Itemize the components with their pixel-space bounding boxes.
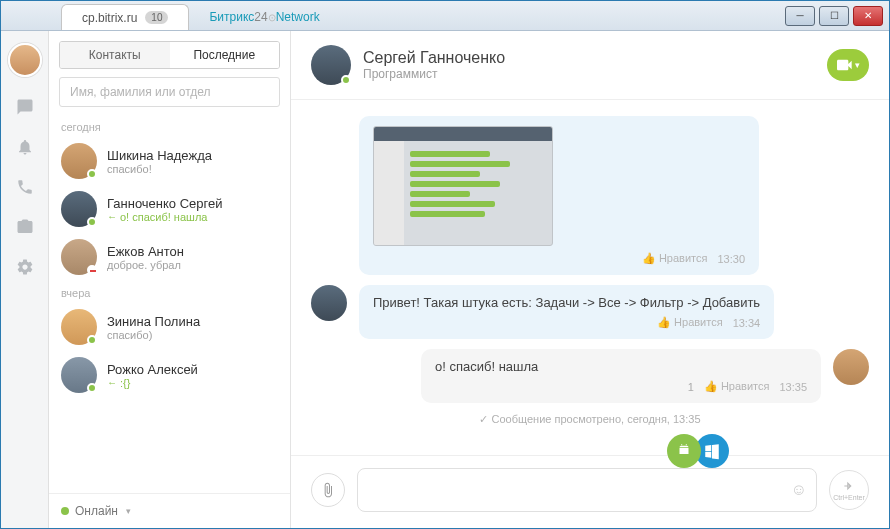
attach-button[interactable] <box>311 473 345 507</box>
contact-sub: ←о! спасиб! нашла <box>107 211 278 223</box>
contact-item[interactable]: Ганноченко Сергей←о! спасиб! нашла <box>49 185 290 233</box>
svg-point-1 <box>686 444 687 445</box>
msg-time: 13:30 <box>717 253 745 265</box>
chat-icon[interactable] <box>15 97 35 117</box>
contact-name: Шикина Надежда <box>107 148 278 163</box>
tab-label: cp.bitrix.ru <box>82 11 137 25</box>
search-input[interactable] <box>59 77 280 107</box>
bell-icon[interactable] <box>15 137 35 157</box>
status-label: Онлайн <box>75 504 118 518</box>
gear-icon[interactable] <box>15 257 35 277</box>
message-out: о! спасиб! нашла 1👍 Нравится13:35 <box>311 349 869 403</box>
compose-bar: ☺ Ctrl+Enter <box>291 455 889 528</box>
contact-item[interactable]: Зинина Полинаспасибо) <box>49 303 290 351</box>
image-attachment[interactable] <box>373 126 553 246</box>
chevron-down-icon: ▾ <box>126 506 131 516</box>
emoji-button[interactable]: ☺ <box>791 481 807 499</box>
status-dot-icon <box>61 507 69 515</box>
group-today: сегодня <box>49 115 290 137</box>
tab-badge: 10 <box>145 11 168 24</box>
contact-sub: доброе. убрал <box>107 259 278 271</box>
reply-arrow-icon: ← <box>107 211 117 222</box>
chat-header: Сергей Ганноченко Программист ▾ <box>291 31 889 100</box>
like-button[interactable]: 👍 Нравится <box>704 380 770 393</box>
video-icon <box>837 59 853 71</box>
like-count: 1 <box>688 381 694 393</box>
contact-avatar <box>61 357 97 393</box>
contact-avatar <box>61 191 97 227</box>
windows-icon <box>703 442 721 460</box>
minimize-button[interactable]: ─ <box>785 6 815 26</box>
contact-name: Ганноченко Сергей <box>107 196 278 211</box>
contact-name: Ежков Антон <box>107 244 278 259</box>
message-in: 👍 Нравится13:30 <box>311 116 869 275</box>
sidebar-tab-contacts[interactable]: Контакты <box>60 42 170 68</box>
chat-peer-name: Сергей Ганноченко <box>363 49 505 67</box>
user-avatar[interactable] <box>8 43 42 77</box>
read-receipt: Сообщение просмотрено, сегодня, 13:35 <box>311 413 869 426</box>
message-input[interactable] <box>357 468 817 512</box>
camera-icon[interactable] <box>15 217 35 237</box>
contact-avatar <box>61 239 97 275</box>
message-in: Привет! Такая штука есть: Задачи -> Все … <box>311 285 869 339</box>
send-hint: Ctrl+Enter <box>833 494 865 501</box>
video-call-button[interactable]: ▾ <box>827 49 869 81</box>
contact-item[interactable]: Рожко Алексей←:{} <box>49 351 290 399</box>
send-button[interactable]: Ctrl+Enter <box>829 470 869 510</box>
contact-item[interactable]: Шикина Надеждаспасибо! <box>49 137 290 185</box>
msg-text: о! спасиб! нашла <box>435 359 807 374</box>
phone-icon[interactable] <box>15 177 35 197</box>
send-icon <box>842 479 856 493</box>
titlebar: cp.bitrix.ru 10 Битрикс24⊙Network ─ ☐ ✕ <box>1 1 889 31</box>
contact-avatar <box>61 309 97 345</box>
paperclip-icon <box>320 482 336 498</box>
group-yesterday: вчера <box>49 281 290 303</box>
app-window: cp.bitrix.ru 10 Битрикс24⊙Network ─ ☐ ✕ … <box>0 0 890 529</box>
contact-item[interactable]: Ежков Антондоброе. убрал <box>49 233 290 281</box>
window-controls: ─ ☐ ✕ <box>785 6 889 26</box>
contact-avatar <box>61 143 97 179</box>
close-button[interactable]: ✕ <box>853 6 883 26</box>
chat-peer-avatar[interactable] <box>311 45 351 85</box>
contact-sub: спасибо) <box>107 329 278 341</box>
maximize-button[interactable]: ☐ <box>819 6 849 26</box>
msg-text: Привет! Такая штука есть: Задачи -> Все … <box>373 295 760 310</box>
msg-time: 13:35 <box>779 381 807 393</box>
chat-panel: Сергей Ганноченко Программист ▾ <box>291 31 889 528</box>
chevron-down-icon: ▾ <box>855 60 860 70</box>
status-bar[interactable]: Онлайн ▾ <box>49 493 290 528</box>
contact-sub: ←:{} <box>107 377 278 389</box>
reply-arrow-icon: ← <box>107 377 117 388</box>
android-badge[interactable] <box>667 434 701 468</box>
sidebar-tab-recent[interactable]: Последние <box>170 42 280 68</box>
contact-name: Рожко Алексей <box>107 362 278 377</box>
msg-time: 13:34 <box>733 317 761 329</box>
android-icon <box>675 442 693 460</box>
tab-workspace[interactable]: cp.bitrix.ru 10 <box>61 4 189 30</box>
like-button[interactable]: 👍 Нравится <box>657 316 723 329</box>
msg-avatar[interactable] <box>833 349 869 385</box>
like-button[interactable]: 👍 Нравится <box>642 252 708 265</box>
messages-list: 👍 Нравится13:30 Привет! Такая штука есть… <box>291 100 889 455</box>
platform-badges <box>667 434 729 468</box>
tab-network[interactable]: Битрикс24⊙Network <box>189 4 339 30</box>
sidebar: Контакты Последние сегодня Шикина Надежд… <box>49 31 291 528</box>
nav-rail <box>1 31 49 528</box>
contact-sub: спасибо! <box>107 163 278 175</box>
chat-peer-role: Программист <box>363 67 505 81</box>
contact-name: Зинина Полина <box>107 314 278 329</box>
svg-point-0 <box>681 444 682 445</box>
msg-avatar[interactable] <box>311 285 347 321</box>
